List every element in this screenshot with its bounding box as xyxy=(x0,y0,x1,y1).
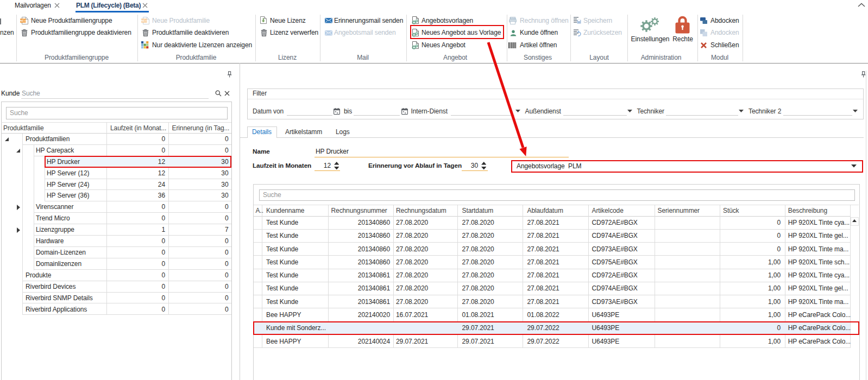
svg-text:NEU: NEU xyxy=(20,18,26,22)
svg-text:NEU: NEU xyxy=(141,18,147,22)
svg-text:Rechnung: Rechnung xyxy=(510,17,516,19)
